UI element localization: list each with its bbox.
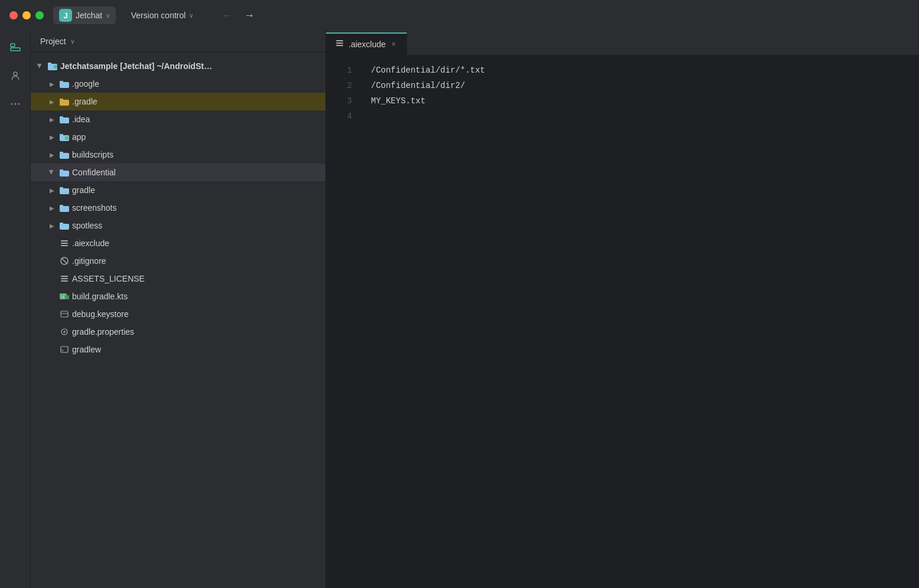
gitignore-label: .gitignore xyxy=(72,256,325,266)
titlebar: J Jetchat ∨ Version control ∨ ← → xyxy=(0,0,919,31)
assets-license-label: ASSETS_LICENSE xyxy=(72,274,325,283)
code-line-2: /Confidential/dir2/ xyxy=(371,78,910,93)
tree-item-gradle-props[interactable]: ▶ gradle.properties xyxy=(31,323,325,341)
gradle-dot-label: .gradle xyxy=(72,97,325,106)
svg-rect-16 xyxy=(60,134,63,136)
app-chevron-icon: ∨ xyxy=(106,12,110,19)
svg-line-32 xyxy=(61,258,67,264)
app-name-label: Jetchat xyxy=(76,11,102,20)
folder-google-icon xyxy=(59,79,70,89)
editor-tab-aiexclude[interactable]: .aiexclude × xyxy=(326,32,407,55)
svg-point-5 xyxy=(18,103,19,105)
tree-item-gitignore[interactable]: ▶ .gitignore xyxy=(31,252,325,270)
tree-item-build-gradle[interactable]: ▶ build.gradle.kts xyxy=(31,288,325,305)
tree-item-debug-keystore[interactable]: ▶ debug.keystore xyxy=(31,305,325,323)
svg-rect-23 xyxy=(60,187,63,190)
tree-item-gradle[interactable]: ▶ gradle xyxy=(31,181,325,199)
svg-rect-21 xyxy=(60,169,63,172)
version-control-switcher[interactable]: Version control ∨ xyxy=(125,8,199,22)
maximize-button[interactable] xyxy=(35,11,44,19)
chevron-spotless-icon: ▶ xyxy=(47,221,57,230)
editor-area: .aiexclude × 1 2 3 4 /Confidential/dir/*… xyxy=(326,31,919,588)
gradle-props-label: gradle.properties xyxy=(72,327,325,337)
root-label: Jetchatsample [Jetchat] ~/AndroidSt… xyxy=(60,61,325,71)
idea-label: .idea xyxy=(72,115,325,124)
tree-item-root[interactable]: ▶ Jetchatsample [Jetchat] ~/AndroidSt… xyxy=(31,57,325,75)
code-line-4 xyxy=(371,109,910,124)
folder-idea-icon xyxy=(59,114,70,125)
aiexclude-file-icon xyxy=(59,238,70,249)
nav-buttons: ← → xyxy=(218,8,258,23)
folder-spotless-icon xyxy=(59,220,70,231)
svg-rect-28 xyxy=(61,240,68,241)
build-gradle-label: build.gradle.kts xyxy=(72,292,325,301)
svg-rect-1 xyxy=(11,48,20,51)
chevron-root-icon: ▶ xyxy=(35,61,45,71)
tab-file-icon xyxy=(335,40,344,49)
svg-rect-46 xyxy=(336,45,343,46)
code-line-3: MY_KEYS.txt xyxy=(371,93,910,109)
sidebar-icons xyxy=(0,31,31,588)
tree-item-aiexclude[interactable]: ▶ .aiexclude xyxy=(31,234,325,252)
svg-rect-8 xyxy=(54,65,57,68)
folder-screenshots-icon xyxy=(59,202,70,213)
svg-point-4 xyxy=(14,103,16,105)
chevron-app-icon: ▶ xyxy=(47,132,57,142)
project-panel: Project ∨ ▶ Jetchatsample [Jetchat] ~/An… xyxy=(31,31,326,588)
folder-gradle-icon xyxy=(59,185,70,195)
svg-rect-10 xyxy=(60,81,63,83)
svg-point-38 xyxy=(62,296,64,298)
spotless-label: spotless xyxy=(72,221,325,230)
chevron-screenshots-icon: ▶ xyxy=(47,203,57,213)
chevron-confidential-icon: ▶ xyxy=(47,168,57,177)
svg-point-2 xyxy=(14,72,17,76)
chevron-idea-icon: ▶ xyxy=(47,115,57,124)
back-button[interactable]: ← xyxy=(218,8,236,23)
code-editor[interactable]: /Confidential/dir/*.txt /Confidential/di… xyxy=(361,55,919,588)
tree-item-idea[interactable]: ▶ .idea xyxy=(31,110,325,128)
panel-title: Project xyxy=(40,37,66,46)
tab-close-button[interactable]: × xyxy=(390,39,397,50)
tree-item-gradlew[interactable]: ▶ >_ gradlew xyxy=(31,341,325,358)
sidebar-icon-project[interactable] xyxy=(6,38,25,57)
tree-item-confidential[interactable]: ▶ Confidential xyxy=(31,164,325,181)
close-button[interactable] xyxy=(9,11,18,19)
forward-button[interactable]: → xyxy=(240,8,258,23)
tree-item-assets-license[interactable]: ▶ ASSETS_LICENSE xyxy=(31,270,325,288)
folder-badge-icon xyxy=(47,61,58,71)
minimize-button[interactable] xyxy=(22,11,31,19)
svg-point-3 xyxy=(11,103,12,105)
sidebar-icon-more[interactable] xyxy=(6,94,25,113)
tree-item-app[interactable]: ▶ app xyxy=(31,128,325,146)
svg-rect-19 xyxy=(60,152,63,154)
editor-content: 1 2 3 4 /Confidential/dir/*.txt /Confide… xyxy=(326,55,919,588)
debug-keystore-label: debug.keystore xyxy=(72,309,325,319)
svg-rect-17 xyxy=(65,136,69,140)
svg-rect-44 xyxy=(336,40,343,41)
gradle-label: gradle xyxy=(72,185,325,195)
line-number-3: 3 xyxy=(326,93,361,109)
tree-item-google[interactable]: ▶ .google xyxy=(31,75,325,93)
svg-rect-39 xyxy=(61,311,68,317)
file-tree: ▶ Jetchatsample [Jetchat] ~/AndroidSt… ▶… xyxy=(31,53,325,588)
tree-item-gradle-dot[interactable]: ▶ .gradle xyxy=(31,93,325,110)
debug-keystore-file-icon xyxy=(59,309,70,319)
svg-rect-27 xyxy=(60,223,63,225)
app-icon: J xyxy=(59,9,72,22)
code-line-1: /Confidential/dir/*.txt xyxy=(371,63,910,78)
tree-item-buildscripts[interactable]: ▶ buildscripts xyxy=(31,146,325,164)
gradle-props-file-icon xyxy=(59,326,70,337)
aiexclude-label: .aiexclude xyxy=(72,239,325,248)
gitignore-file-icon xyxy=(59,256,70,266)
line-number-2: 2 xyxy=(326,78,361,93)
screenshots-label: screenshots xyxy=(72,203,325,213)
sidebar-icon-users[interactable] xyxy=(6,66,25,85)
folder-gradle-dot-icon xyxy=(59,96,70,107)
svg-rect-30 xyxy=(61,245,68,246)
line-number-4: 4 xyxy=(326,109,361,124)
tree-item-screenshots[interactable]: ▶ screenshots xyxy=(31,199,325,217)
svg-rect-29 xyxy=(61,243,68,244)
vc-chevron-icon: ∨ xyxy=(189,12,193,19)
app-switcher[interactable]: J Jetchat ∨ xyxy=(53,6,116,24)
tree-item-spotless[interactable]: ▶ spotless xyxy=(31,217,325,234)
